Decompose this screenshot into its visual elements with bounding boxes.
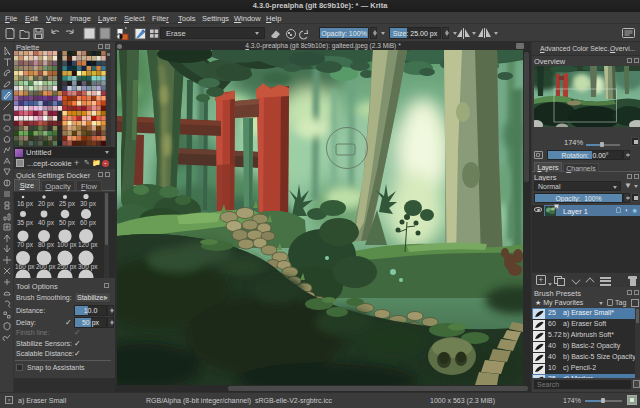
svg-text:30 px: 30 px (80, 200, 97, 208)
svg-text:70 px: 70 px (17, 241, 34, 249)
svg-text:60 px: 60 px (80, 219, 97, 227)
svg-text:40 px: 40 px (38, 219, 55, 227)
svg-text:25 px: 25 px (59, 200, 76, 208)
svg-text:200 px: 200 px (36, 263, 56, 271)
svg-text:160 px: 160 px (15, 263, 35, 271)
svg-text:16 px: 16 px (17, 200, 34, 208)
svg-text:80 px: 80 px (38, 241, 55, 249)
svg-text:50 px: 50 px (59, 219, 76, 227)
svg-text:300 px: 300 px (78, 263, 98, 271)
svg-text:100 px: 100 px (57, 241, 77, 249)
svg-text:120 px: 120 px (78, 241, 98, 249)
svg-text:250 px: 250 px (57, 263, 77, 271)
svg-text:35 px: 35 px (17, 219, 34, 227)
svg-text:20 px: 20 px (38, 200, 55, 208)
